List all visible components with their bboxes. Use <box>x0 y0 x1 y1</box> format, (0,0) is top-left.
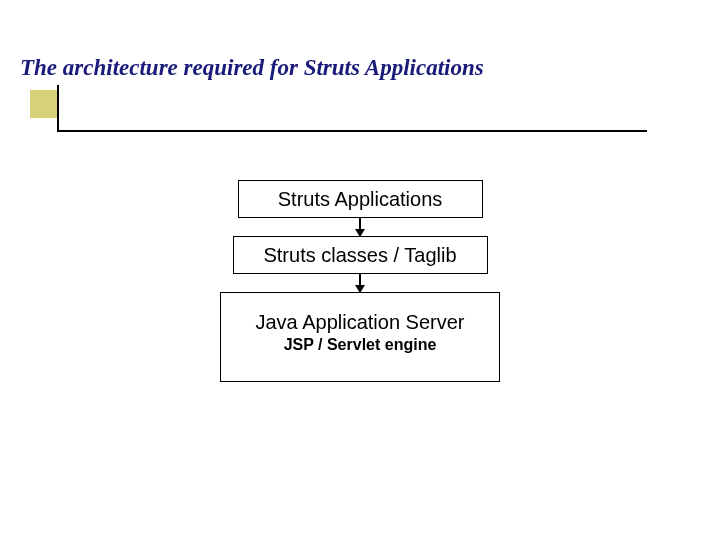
box-struts-classes: Struts classes / Taglib <box>233 236 488 274</box>
arrow-down-icon <box>359 218 361 236</box>
vertical-rule <box>57 85 59 132</box>
box-java-app-server: Java Application Server JSP / Servlet en… <box>220 292 500 382</box>
box-label: Struts Applications <box>239 188 482 211</box>
arrow-down-icon <box>359 274 361 292</box>
horizontal-rule <box>57 130 647 132</box>
box-label: Struts classes / Taglib <box>234 244 487 267</box>
architecture-diagram: Struts Applications Struts classes / Tag… <box>0 180 720 382</box>
box-label-line2: JSP / Servlet engine <box>221 336 499 354</box>
slide-title: The architecture required for Struts App… <box>20 55 484 81</box>
box-label-line1: Java Application Server <box>221 311 499 334</box>
box-struts-applications: Struts Applications <box>238 180 483 218</box>
decorative-square <box>30 90 58 118</box>
